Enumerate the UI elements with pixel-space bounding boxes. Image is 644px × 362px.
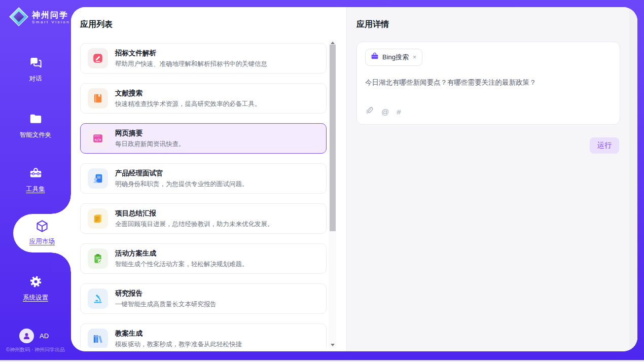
list-item[interactable]: 项目总结汇报全面回顾项目进展，总结经验教训，助力未来优化发展。: [80, 203, 327, 234]
sidebar-item-smart-folder[interactable]: 智能文件夹: [0, 112, 71, 139]
scroll-down-button[interactable]: [329, 342, 336, 348]
user-account[interactable]: AD: [19, 329, 49, 343]
app-detail-panel: 应用详情 Bing搜索 × 今日湖北有哪些新闻要点？有哪些需要关注的最新政策？: [347, 7, 637, 351]
list-scrollbar[interactable]: [329, 40, 336, 348]
report-doc-icon: [88, 208, 108, 229]
composer-toolbar: @ #: [365, 106, 612, 117]
app-name: 文献搜索: [115, 89, 261, 98]
app-name: 活动方案生成: [115, 249, 248, 258]
app-description: 一键智能生成高质量长文本研究报告: [115, 300, 217, 309]
briefcase-icon: [371, 52, 379, 62]
list-item[interactable]: 活动方案生成智能生成个性化活动方案，轻松解决规划难题。: [80, 243, 327, 274]
app-description: 明确身份和职责，为您提供专业性的面试问题。: [115, 180, 248, 189]
books-icon: [88, 329, 108, 348]
hash-icon[interactable]: #: [397, 108, 401, 116]
sidebar-item-label: 智能文件夹: [20, 131, 52, 139]
svg-text:</>: </>: [95, 137, 101, 142]
brand-logo: 神州问学 Smart Vision: [9, 7, 70, 28]
sidebar-footer-credit: ©神州数码 · 神州问学出品: [0, 346, 71, 353]
app-description: 帮助用户快速、准确地理解和解析招标书中的关键信息: [115, 60, 267, 68]
avatar: [19, 329, 34, 343]
app-name: 网页摘要: [115, 129, 185, 138]
sidebar-item-toolset[interactable]: 工具集: [0, 166, 71, 194]
app-description: 智能生成个性化活动方案，轻松解决规划难题。: [115, 260, 248, 269]
app-name: 教案生成: [115, 329, 242, 338]
brand-text: 神州问学 Smart Vision: [32, 11, 70, 25]
sidebar-item-chat[interactable]: 对话: [0, 56, 71, 83]
app-list-panel: 应用列表 招标文件解析帮助用户快速、准确地理解和解析招标书中的关键信息文献搜索快…: [71, 7, 346, 351]
list-item[interactable]: 产品经理面试官明确身份和职责，为您提供专业性的面试问题。: [80, 163, 327, 194]
app-description: 每日政府新闻资讯快查。: [115, 140, 185, 149]
diamond-logo-icon: [9, 7, 28, 28]
mention-icon[interactable]: @: [381, 108, 389, 116]
doc-edit-icon: [88, 48, 108, 68]
attachment-icon[interactable]: [365, 106, 374, 117]
app-list: 招标文件解析帮助用户快速、准确地理解和解析招标书中的关键信息文献搜索快速精准查找…: [80, 40, 329, 348]
app-detail-title: 应用详情: [356, 19, 389, 30]
user-icon: [22, 332, 31, 340]
chat-icon: [29, 56, 43, 71]
interviewer-icon: [88, 168, 108, 189]
cube-icon: [35, 219, 49, 235]
clipboard-check-icon: [88, 248, 108, 269]
sidebar-item-label: 系统设置: [23, 294, 48, 302]
microscope-icon: [88, 288, 108, 309]
sidebar-active-bump: 应用市场: [13, 214, 71, 252]
list-item[interactable]: 文献搜索快速精准查找学术资源，提高研究效率的必备工具。: [80, 83, 327, 114]
chip-close-icon[interactable]: ×: [412, 54, 417, 61]
query-input-text[interactable]: 今日湖北有哪些新闻要点？有哪些需要关注的最新政策？: [365, 78, 612, 106]
app-name: 研究报告: [115, 289, 217, 298]
app-description: 全面回顾项目进展，总结经验教训，助力未来优化发展。: [115, 220, 274, 229]
list-item[interactable]: 研究报告一键智能生成高质量长文本研究报告: [80, 283, 327, 314]
tool-chip-label: Bing搜索: [382, 53, 409, 62]
bump-fillet-bottom: [52, 252, 71, 272]
bump-fillet-top: [52, 195, 71, 214]
sidebar: 神州问学 Smart Vision 对话 智能文件夹: [0, 0, 71, 360]
window-bottom-edge: [0, 360, 644, 362]
app-name: 项目总结汇报: [115, 209, 274, 218]
scrollbar-thumb[interactable]: [330, 45, 336, 231]
sidebar-item-app-market[interactable]: 应用市场: [13, 219, 71, 246]
sidebar-item-label: 应用市场: [29, 237, 55, 246]
prompt-composer[interactable]: Bing搜索 × 今日湖北有哪些新闻要点？有哪些需要关注的最新政策？ @ #: [356, 42, 620, 125]
main-content: 应用列表 招标文件解析帮助用户快速、准确地理解和解析招标书中的关键信息文献搜索快…: [71, 7, 637, 351]
list-item[interactable]: </>网页摘要每日政府新闻资讯快查。: [80, 123, 327, 154]
folder-icon: [29, 112, 43, 128]
run-button[interactable]: 运行: [590, 137, 619, 154]
right-scroll-gutter: [629, 7, 637, 351]
app-description: 快速精准查找学术资源，提高研究效率的必备工具。: [115, 100, 261, 108]
app-list-title: 应用列表: [80, 19, 113, 30]
tool-chip-bing-search[interactable]: Bing搜索 ×: [365, 49, 422, 66]
book-icon: [88, 88, 108, 108]
toolbox-icon: [29, 166, 43, 182]
app-name: 招标文件解析: [115, 49, 267, 58]
list-item[interactable]: 教案生成模板驱动，教案秒成，教学准备从此轻松快捷: [80, 323, 327, 348]
brand-tagline: Smart Vision: [32, 20, 70, 25]
user-initials: AD: [40, 332, 49, 340]
gear-icon: [29, 275, 43, 291]
sidebar-item-settings[interactable]: 系统设置: [0, 275, 71, 302]
sidebar-item-label: 工具集: [26, 185, 45, 194]
app-name: 产品经理面试官: [115, 169, 248, 178]
list-item[interactable]: 招标文件解析帮助用户快速、准确地理解和解析招标书中的关键信息: [80, 43, 327, 74]
brand-name: 神州问学: [32, 11, 70, 20]
web-code-icon: </>: [88, 128, 108, 149]
app-window: 神州问学 Smart Vision 对话 智能文件夹: [0, 0, 644, 362]
app-description: 模板驱动，教案秒成，教学准备从此轻松快捷: [115, 340, 242, 348]
sidebar-item-label: 对话: [29, 75, 42, 83]
